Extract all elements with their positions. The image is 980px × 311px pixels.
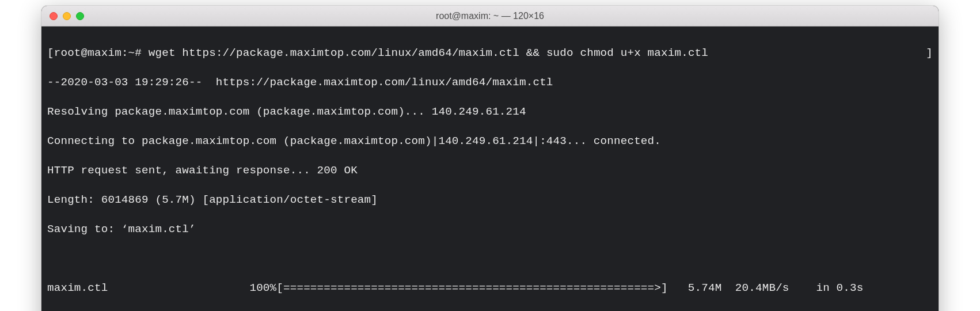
output-line: Connecting to package.maximtop.com (pack… <box>47 134 933 149</box>
command-text: wget https://package.maximtop.com/linux/… <box>142 46 708 61</box>
output-line: Resolving package.maximtop.com (package.… <box>47 105 933 120</box>
close-icon[interactable] <box>50 12 58 20</box>
window-title: root@maxim: ~ — 120×16 <box>41 11 939 21</box>
prompt-path: ~# <box>128 46 142 61</box>
prompt-bracket-open: [ <box>47 46 54 61</box>
output-blank <box>47 252 933 267</box>
prompt-bracket-close: ] <box>708 46 933 61</box>
maximize-icon[interactable] <box>76 12 84 20</box>
terminal-body[interactable]: [root@maxim:~# wget https://package.maxi… <box>41 26 939 311</box>
prompt-sep: : <box>121 46 128 61</box>
terminal-window: root@maxim: ~ — 120×16 [root@maxim:~# wg… <box>41 6 939 311</box>
titlebar[interactable]: root@maxim: ~ — 120×16 <box>41 6 939 26</box>
progress-line: maxim.ctl 100%[=========================… <box>47 281 933 296</box>
output-line: Saving to: ‘maxim.ctl’ <box>47 222 933 237</box>
output-line: HTTP request sent, awaiting response... … <box>47 164 933 179</box>
prompt-user: root@maxim <box>54 46 121 61</box>
minimize-icon[interactable] <box>63 12 71 20</box>
output-line: Length: 6014869 (5.7M) [application/octe… <box>47 193 933 208</box>
output-line: --2020-03-03 19:29:26-- https://package.… <box>47 75 933 90</box>
traffic-lights <box>41 12 84 20</box>
